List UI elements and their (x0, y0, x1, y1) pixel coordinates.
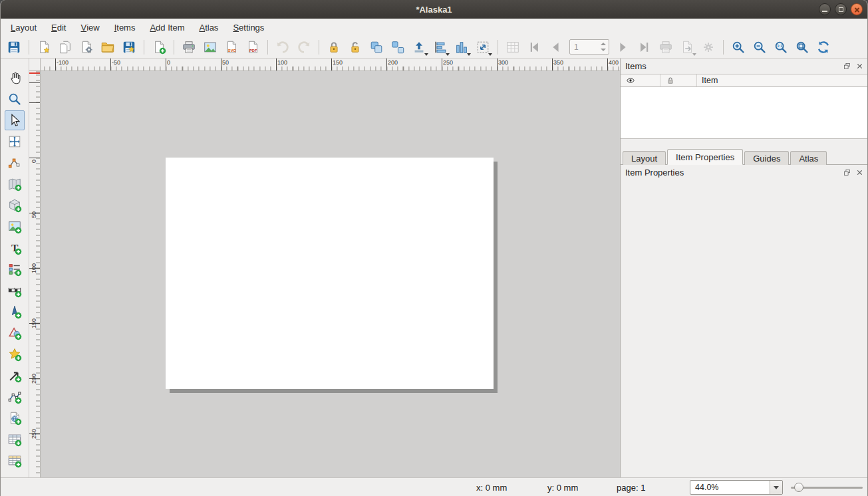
add-north-arrow-button[interactable] (5, 302, 25, 322)
zoom-actual-button[interactable]: 1:1 (771, 37, 791, 57)
zoom-dropdown-arrow-icon[interactable] (770, 481, 782, 494)
add-legend-button[interactable] (5, 259, 25, 279)
atlas-page-spinbox[interactable]: 1 (569, 39, 609, 55)
layout-canvas[interactable] (41, 71, 620, 477)
menu-settings[interactable]: Settings (225, 19, 271, 36)
ruler-position-indicator (29, 72, 40, 74)
tab-layout[interactable]: Layout (623, 151, 666, 165)
horizontal-ruler[interactable]: -100-50050100150200250300350400 (41, 59, 620, 71)
refresh-button[interactable] (813, 37, 833, 57)
menu-view[interactable]: View (73, 19, 106, 36)
maximize-button[interactable] (835, 3, 847, 15)
group-items-button[interactable] (366, 37, 386, 57)
minimize-button[interactable] (819, 3, 831, 15)
panel-gap (621, 139, 867, 149)
add-label-button[interactable]: T (5, 238, 25, 258)
zoom-full-button[interactable] (792, 37, 812, 57)
zoom-slider[interactable] (791, 487, 863, 489)
hruler-label: 200 (388, 59, 398, 66)
hruler-label: 400 (609, 59, 619, 66)
load-template-button[interactable] (98, 37, 118, 57)
raise-items-button[interactable] (409, 37, 429, 57)
save-project-button[interactable] (4, 37, 24, 57)
save-template-button[interactable] (119, 37, 139, 57)
hruler-label: 350 (553, 59, 563, 66)
add-node-item-button[interactable] (5, 387, 25, 407)
redo-button[interactable] (294, 37, 314, 57)
items-panel-close-button[interactable] (855, 62, 864, 70)
add-arrow-button[interactable] (5, 366, 25, 386)
previous-feature-button[interactable] (545, 37, 565, 57)
close-button[interactable] (851, 3, 863, 15)
lock-icon (666, 76, 675, 85)
hruler-label: 300 (498, 59, 508, 66)
lock-items-button[interactable] (324, 37, 344, 57)
hruler-label: 100 (277, 59, 287, 66)
hruler-label: 150 (333, 59, 343, 66)
export-atlas-button[interactable] (677, 37, 697, 57)
move-item-content-button[interactable] (5, 132, 25, 152)
resize-items-button[interactable] (473, 37, 493, 57)
items-list[interactable] (621, 87, 867, 139)
add-map-button[interactable] (5, 174, 25, 194)
new-layout-button[interactable] (34, 37, 54, 57)
zoom-in-button[interactable] (728, 37, 748, 57)
layout-page[interactable] (166, 158, 494, 389)
export-pdf-button[interactable]: PDF (243, 37, 263, 57)
add-picture-button[interactable] (5, 217, 25, 237)
atlas-settings-button[interactable] (698, 37, 718, 57)
tab-guides[interactable]: Guides (744, 151, 789, 165)
layout-manager-button[interactable] (76, 37, 96, 57)
add-scalebar-button[interactable] (5, 281, 25, 301)
toolbar-separator (723, 40, 724, 55)
items-panel-title: Items (625, 61, 647, 71)
item-properties-close-button[interactable] (855, 168, 864, 177)
duplicate-layout-button[interactable] (55, 37, 75, 57)
toolbar-separator (319, 40, 319, 55)
toolbar-separator (174, 40, 174, 55)
pan-layout-button[interactable] (5, 68, 25, 88)
add-3d-map-button[interactable] (5, 195, 25, 215)
add-html-button[interactable] (5, 408, 25, 428)
menu-atlas[interactable]: Atlas (192, 19, 225, 36)
vertical-ruler[interactable]: 050100150200250 (29, 71, 41, 477)
zoom-level-combobox[interactable]: 44.0% (690, 480, 783, 495)
last-feature-button[interactable] (635, 37, 654, 57)
undo-button[interactable] (273, 37, 293, 57)
add-pages-button[interactable] (149, 37, 169, 57)
add-marker-button[interactable] (5, 344, 25, 364)
statusbar: x: 0 mm y: 0 mm page: 1 44.0% (1, 477, 867, 496)
next-feature-button[interactable] (613, 37, 633, 57)
titlebar[interactable]: *Alaska1 (1, 0, 867, 19)
menu-add-item[interactable]: Add Item (142, 19, 192, 36)
tab-item-properties[interactable]: Item Properties (667, 149, 743, 165)
menu-edit[interactable]: Edit (44, 19, 73, 36)
zoom-out-button[interactable] (750, 37, 770, 57)
add-fixed-table-button[interactable] (5, 451, 25, 471)
select-move-item-button[interactable] (5, 110, 25, 130)
items-panel-dock-buttons (843, 62, 864, 70)
first-feature-button[interactable] (524, 37, 544, 57)
zoom-slider-handle[interactable] (794, 483, 803, 492)
preview-atlas-button[interactable] (503, 37, 523, 57)
distribute-items-button[interactable] (452, 37, 472, 57)
align-items-button[interactable] (430, 37, 450, 57)
tab-atlas[interactable]: Atlas (790, 151, 827, 165)
print-button[interactable] (179, 37, 199, 57)
ungroup-items-button[interactable] (388, 37, 408, 57)
ruler-corner (29, 59, 41, 71)
edit-nodes-item-button[interactable] (5, 153, 25, 173)
add-attribute-table-button[interactable] (5, 430, 25, 449)
add-shape-button[interactable] (5, 323, 25, 343)
items-panel-float-button[interactable] (843, 62, 851, 70)
export-image-button[interactable] (200, 37, 220, 57)
export-svg-button[interactable]: SVG (221, 37, 241, 57)
menu-items[interactable]: Items (107, 19, 143, 36)
vruler-label: 0 (31, 160, 37, 163)
vruler-label: 150 (31, 318, 37, 328)
item-properties-float-button[interactable] (843, 168, 851, 177)
menu-layout[interactable]: Layout (3, 19, 44, 36)
zoom-tool-button[interactable] (5, 89, 25, 109)
print-atlas-button[interactable] (656, 37, 676, 57)
unlock-items-button[interactable] (345, 37, 365, 57)
